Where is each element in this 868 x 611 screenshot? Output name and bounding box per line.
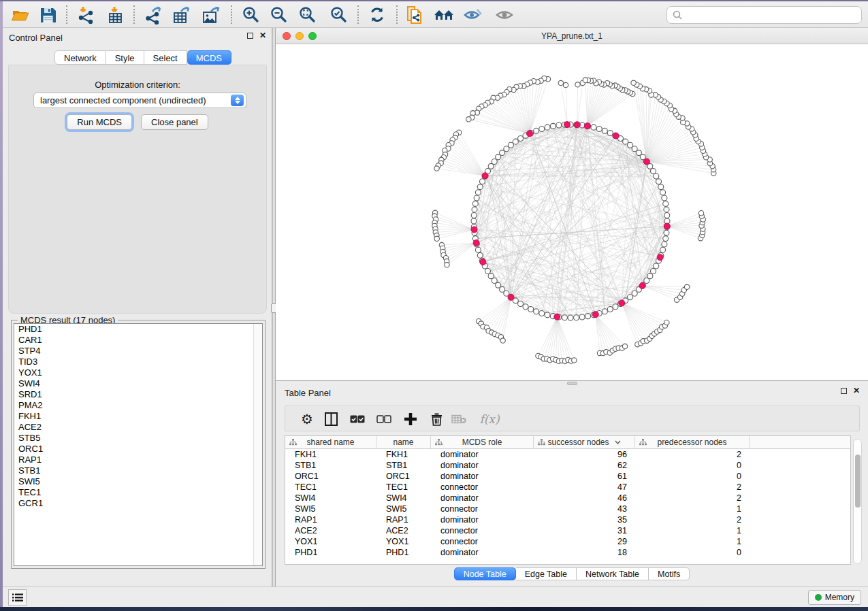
list-scrollbar[interactable] xyxy=(253,324,262,565)
mcds-result-item[interactable]: RAP1 xyxy=(14,455,262,465)
mcds-result-item[interactable]: ACE2 xyxy=(14,422,262,433)
mcds-result-item[interactable]: ORC1 xyxy=(14,444,262,455)
export-table-button[interactable] xyxy=(170,4,192,26)
table-row[interactable]: ACE2ACE2connector311 xyxy=(285,525,850,536)
mcds-result-item[interactable]: FKH1 xyxy=(14,411,262,422)
float-panel-icon[interactable] xyxy=(247,33,253,39)
desktop-edge-bottom xyxy=(0,607,868,611)
node-table[interactable]: shared namenameMCDS rolesuccessor nodesp… xyxy=(285,435,851,565)
mcds-result-item[interactable]: PHD1 xyxy=(14,324,262,335)
tab-mcds[interactable]: MCDS xyxy=(187,50,231,65)
toolbar-separator xyxy=(231,5,232,24)
export-network-button[interactable] xyxy=(142,4,164,26)
tab-select[interactable]: Select xyxy=(144,50,187,65)
memory-button[interactable]: Memory xyxy=(808,590,861,605)
delete-table-icon xyxy=(451,414,466,424)
save-session-button[interactable] xyxy=(37,4,59,26)
table-cell: 46 xyxy=(534,493,635,503)
open-session-button[interactable] xyxy=(10,4,31,26)
table-tab-edge-table[interactable]: Edge Table xyxy=(516,567,577,580)
zoom-out-icon xyxy=(270,5,289,24)
delete-table-button xyxy=(449,409,469,429)
table-scrollbar[interactable] xyxy=(853,439,862,564)
hide-selected-button[interactable] xyxy=(462,4,484,26)
minimize-window-button[interactable] xyxy=(295,32,304,40)
mcds-result-item[interactable]: YOX1 xyxy=(14,367,262,378)
column-header-MCDS-role[interactable]: MCDS role xyxy=(431,436,534,448)
mcds-panel: Optimization criterion: largest connecte… xyxy=(8,65,267,314)
table-tab-motifs[interactable]: Motifs xyxy=(649,567,690,580)
mcds-result-item[interactable]: STB5 xyxy=(14,433,262,444)
table-cell: FKH1 xyxy=(376,450,431,459)
mcds-result-group: MCDS result (17 nodes) PHD1CAR1STP4TID3Y… xyxy=(11,320,266,569)
mcds-result-item[interactable]: TID3 xyxy=(14,357,262,367)
maximize-window-button[interactable] xyxy=(308,32,317,40)
mcds-result-item[interactable]: SWI4 xyxy=(14,378,262,389)
tab-style[interactable]: Style xyxy=(106,50,144,65)
mcds-result-item[interactable]: SWI5 xyxy=(14,476,262,487)
delete-column-button[interactable] xyxy=(426,409,447,429)
network-canvas[interactable] xyxy=(276,44,868,380)
table-row[interactable]: RAP1RAP1dominator352 xyxy=(285,514,850,525)
zoom-fit-button[interactable] xyxy=(297,4,319,26)
close-panel-icon[interactable]: ✕ xyxy=(853,388,860,394)
search-box[interactable] xyxy=(666,6,862,24)
table-row[interactable]: TEC1TEC1connector472 xyxy=(285,482,850,493)
mcds-result-item[interactable]: STP4 xyxy=(14,346,262,357)
refresh-view-button[interactable] xyxy=(366,4,388,26)
column-header-successor-nodes[interactable]: successor nodes xyxy=(534,436,635,448)
duplicate-network-button[interactable] xyxy=(404,4,425,26)
mcds-result-item[interactable]: STB1 xyxy=(14,465,262,476)
table-cell: 96 xyxy=(534,450,635,459)
table-row[interactable]: PHD1PHD1dominator180 xyxy=(285,547,850,558)
first-neighbors-button[interactable] xyxy=(433,4,455,26)
select-all-button[interactable] xyxy=(347,409,368,429)
show-columns-button[interactable] xyxy=(321,409,341,429)
task-history-button[interactable] xyxy=(8,589,27,606)
scrollbar-thumb[interactable] xyxy=(855,455,861,508)
show-all-button[interactable] xyxy=(494,4,515,26)
mcds-result-item[interactable]: TEC1 xyxy=(14,487,262,498)
mcds-result-item[interactable]: CAR1 xyxy=(14,335,262,346)
table-cell: 31 xyxy=(534,526,635,535)
table-row[interactable]: STB1STB1dominator620 xyxy=(285,460,850,471)
zoom-out-button[interactable] xyxy=(268,4,290,26)
zoom-in-button[interactable] xyxy=(240,4,262,26)
import-network-button[interactable] xyxy=(75,4,97,26)
table-row[interactable]: FKH1FKH1dominator962 xyxy=(285,449,850,460)
table-row[interactable]: SWI5SWI5connector431 xyxy=(285,503,850,514)
mcds-result-item[interactable]: SRD1 xyxy=(14,389,262,400)
close-panel-icon[interactable]: ✕ xyxy=(259,33,266,39)
table-row[interactable]: SWI4SWI4dominator462 xyxy=(285,493,850,503)
zoom-selected-button[interactable] xyxy=(328,4,350,26)
table-tab-network-table[interactable]: Network Table xyxy=(577,567,649,580)
column-header-predecessor-nodes[interactable]: predecessor nodes xyxy=(635,436,750,448)
tab-network[interactable]: Network xyxy=(54,50,106,65)
search-input[interactable] xyxy=(686,10,861,20)
network-titlebar[interactable]: YPA_prune.txt_1 xyxy=(276,28,868,44)
table-panel-title: Table Panel xyxy=(285,388,331,398)
table-cell: 0 xyxy=(635,472,750,481)
run-mcds-button[interactable]: Run MCDS xyxy=(67,114,132,130)
criterion-dropdown[interactable]: largest connected component (undirected) xyxy=(33,93,246,108)
close-window-button[interactable] xyxy=(283,32,291,40)
duplicate-network-icon xyxy=(405,5,424,25)
table-row[interactable]: YOX1YOX1connector291 xyxy=(285,536,850,547)
export-image-button[interactable] xyxy=(200,4,222,26)
float-panel-icon[interactable] xyxy=(841,388,847,394)
mcds-result-item[interactable]: GCR1 xyxy=(14,498,262,509)
column-header-shared-name[interactable]: shared name xyxy=(285,436,376,448)
horizontal-splitter-handle[interactable] xyxy=(567,382,577,385)
table-options-button[interactable]: ⚙ xyxy=(297,409,317,429)
add-column-button[interactable] xyxy=(400,409,421,429)
column-header-name[interactable]: name xyxy=(376,436,431,448)
deselect-all-button[interactable] xyxy=(374,409,394,429)
mcds-result-list[interactable]: PHD1CAR1STP4TID3YOX1SWI4SRD1PMA2FKH1ACE2… xyxy=(14,323,263,566)
toolbar-separator xyxy=(133,5,135,24)
mcds-result-item[interactable]: PMA2 xyxy=(14,400,262,411)
table-row[interactable]: ORC1ORC1dominator610 xyxy=(285,471,850,482)
table-cell: 1 xyxy=(635,504,750,514)
import-table-button[interactable] xyxy=(105,4,127,26)
table-tab-node-table[interactable]: Node Table xyxy=(454,567,516,580)
close-panel-button[interactable]: Close panel xyxy=(141,114,208,130)
